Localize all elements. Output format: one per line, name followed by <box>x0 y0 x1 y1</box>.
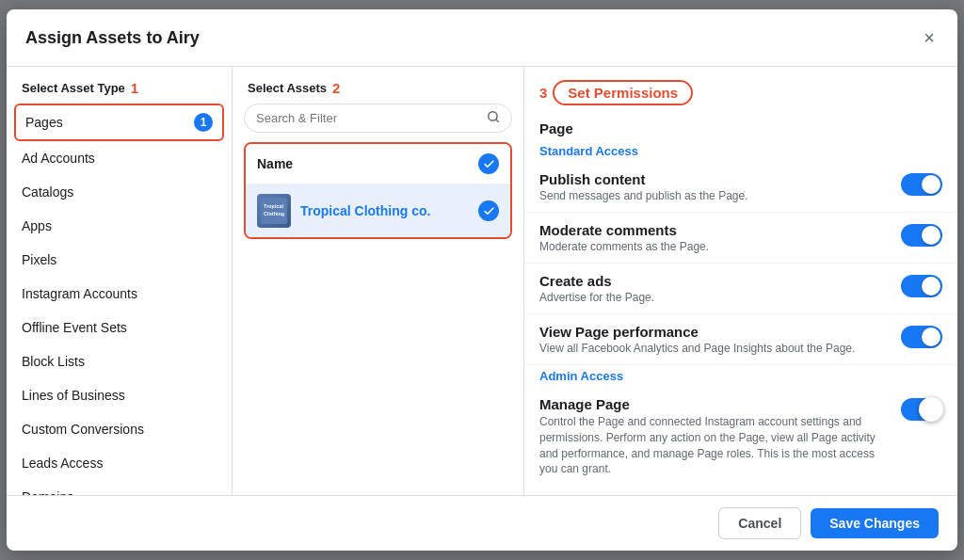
asset-type-panel-header: Select Asset Type 1 <box>7 67 232 104</box>
permissions-panel: 3 Set Permissions Page Standard Access P… <box>524 67 957 495</box>
perm-manage-toggle[interactable] <box>901 398 942 421</box>
sidebar-item-custom-conversions[interactable]: Custom Conversions <box>7 412 232 446</box>
perm-manage-page: Manage Page Control the Page and connect… <box>524 387 957 487</box>
sidebar-item-label: Catalogs <box>22 184 73 200</box>
perm-ads-info: Create ads Advertise for the Page. <box>539 273 890 304</box>
sidebar-item-leads-access[interactable]: Leads Access <box>7 446 232 480</box>
perm-moderate-name: Moderate comments <box>539 222 890 238</box>
modal-body: Select Asset Type 1 Pages 1 Ad Accounts … <box>7 67 957 495</box>
search-icon <box>487 110 500 126</box>
sidebar-item-label: Custom Conversions <box>22 422 144 437</box>
perm-moderate-comments: Moderate comments Moderate comments as t… <box>524 213 957 264</box>
sidebar-item-label: Lines of Business <box>22 388 125 403</box>
step-3-number: 3 <box>539 85 547 101</box>
assets-list-container: Name Tropical <box>244 142 512 239</box>
admin-access-title: Admin Access <box>524 365 957 387</box>
sidebar-item-label: Pixels <box>22 252 56 267</box>
cancel-button[interactable]: Cancel <box>718 507 801 539</box>
perm-moderate-toggle[interactable] <box>901 224 942 247</box>
search-box[interactable] <box>244 104 512 133</box>
asset-logo: Tropical Clothing <box>257 194 291 228</box>
perm-publish-info: Publish content Send messages and publis… <box>539 171 890 202</box>
svg-line-1 <box>496 120 499 122</box>
close-button[interactable]: × <box>920 24 939 51</box>
asset-name: Tropical Clothing co. <box>300 203 469 218</box>
asset-type-panel: Select Asset Type 1 Pages 1 Ad Accounts … <box>7 67 233 495</box>
asset-row[interactable]: Tropical Clothing Tropical Clothing co. <box>246 184 510 237</box>
sidebar-item-label: Pages <box>25 115 63 130</box>
perm-ads-toggle[interactable] <box>901 275 942 297</box>
sidebar-item-offline-event-sets[interactable]: Offline Event Sets <box>7 311 232 344</box>
perm-moderate-desc: Moderate comments as the Page. <box>539 240 890 253</box>
assets-list-header-label: Name <box>257 156 293 171</box>
perm-manage-name: Manage Page <box>539 396 890 412</box>
perm-performance-name: View Page performance <box>539 324 890 340</box>
page-section-title: Page <box>524 113 957 140</box>
assets-list-header: Name <box>246 144 510 184</box>
sidebar-item-label: Ad Accounts <box>22 151 95 166</box>
sidebar-item-apps[interactable]: Apps <box>7 209 232 243</box>
perm-ads-name: Create ads <box>539 273 890 289</box>
sidebar-item-label: Apps <box>22 218 52 233</box>
asset-check-icon[interactable] <box>478 200 499 221</box>
modal-header: Assign Assets to Airy × <box>7 9 957 67</box>
pages-badge: 1 <box>194 113 213 132</box>
sidebar-item-label: Leads Access <box>22 456 103 471</box>
perm-moderate-info: Moderate comments Moderate comments as t… <box>539 222 890 253</box>
perm-performance-info: View Page performance View all Facebook … <box>539 324 890 355</box>
perm-publish-name: Publish content <box>539 171 890 187</box>
perm-performance-desc: View all Facebook Analytics and Page Ins… <box>539 342 890 355</box>
step-2-number: 2 <box>332 80 340 96</box>
perm-publish-toggle[interactable] <box>901 173 942 196</box>
save-changes-button[interactable]: Save Changes <box>811 508 939 538</box>
select-assets-label: Select Assets <box>248 81 327 95</box>
svg-text:Tropical: Tropical <box>264 203 283 209</box>
perm-create-ads: Create ads Advertise for the Page. <box>524 264 957 314</box>
perm-publish-content: Publish content Send messages and publis… <box>524 162 957 213</box>
modal-footer: Cancel Save Changes <box>7 495 957 551</box>
select-assets-panel: Select Assets 2 Name <box>233 67 524 495</box>
permissions-header: 3 Set Permissions <box>524 67 957 113</box>
sidebar-item-instagram-accounts[interactable]: Instagram Accounts <box>7 277 232 311</box>
svg-text:Clothing: Clothing <box>264 211 284 216</box>
sidebar-item-pixels[interactable]: Pixels <box>7 243 232 277</box>
sidebar-item-catalogs[interactable]: Catalogs <box>7 175 232 209</box>
standard-access-title: Standard Access <box>524 140 957 162</box>
set-permissions-label: Set Permissions <box>553 80 693 105</box>
sidebar-item-label: Block Lists <box>22 354 85 369</box>
perm-publish-desc: Send messages and publish as the Page. <box>539 189 890 202</box>
modal-overlay: Assign Assets to Airy × Select Asset Typ… <box>0 0 964 560</box>
sidebar-item-domains[interactable]: Domains <box>7 480 232 495</box>
modal-dialog: Assign Assets to Airy × Select Asset Typ… <box>7 9 957 551</box>
check-all-icon[interactable] <box>478 153 499 174</box>
asset-type-header-label: Select Asset Type <box>22 81 125 95</box>
sidebar-item-lines-of-business[interactable]: Lines of Business <box>7 378 232 412</box>
perm-view-performance: View Page performance View all Facebook … <box>524 314 957 365</box>
sidebar-item-ad-accounts[interactable]: Ad Accounts <box>7 141 232 175</box>
sidebar-item-label: Instagram Accounts <box>22 286 137 301</box>
select-assets-header: Select Assets 2 <box>233 67 523 104</box>
perm-ads-desc: Advertise for the Page. <box>539 291 890 304</box>
sidebar-item-pages[interactable]: Pages 1 <box>14 104 224 141</box>
perm-performance-toggle[interactable] <box>901 326 942 348</box>
perm-manage-desc: Control the Page and connected Instagram… <box>539 414 890 477</box>
step-1-number: 1 <box>131 80 138 96</box>
modal-title: Assign Assets to Airy <box>25 28 200 48</box>
sidebar-item-block-lists[interactable]: Block Lists <box>7 344 232 378</box>
perm-manage-info: Manage Page Control the Page and connect… <box>539 396 890 477</box>
search-input[interactable] <box>256 111 481 125</box>
sidebar-item-label: Offline Event Sets <box>22 320 127 335</box>
